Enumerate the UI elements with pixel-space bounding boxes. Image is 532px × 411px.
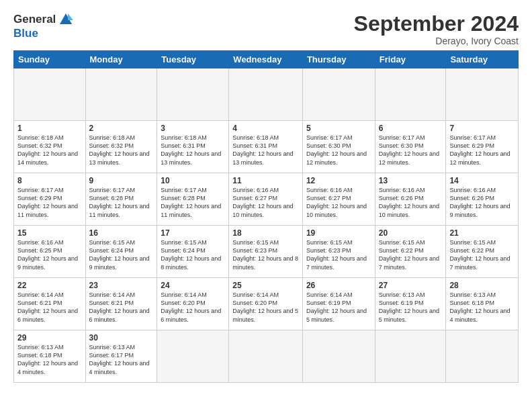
- day-number: 7: [449, 124, 515, 133]
- day-info: Sunrise: 6:14 AMSunset: 6:21 PMDaylight:…: [17, 291, 82, 324]
- table-row: 25Sunrise: 6:14 AMSunset: 6:20 PMDayligh…: [229, 278, 303, 330]
- table-row: [229, 68, 303, 121]
- table-row: [85, 68, 157, 121]
- day-info: Sunrise: 6:16 AMSunset: 6:26 PMDaylight:…: [379, 186, 443, 219]
- day-info: Sunrise: 6:14 AMSunset: 6:20 PMDaylight:…: [161, 291, 225, 324]
- day-info: Sunrise: 6:17 AMSunset: 6:28 PMDaylight:…: [89, 186, 154, 219]
- table-row: 17Sunrise: 6:15 AMSunset: 6:24 PMDayligh…: [157, 226, 229, 278]
- day-number: 4: [232, 124, 299, 133]
- table-row: 7Sunrise: 6:17 AMSunset: 6:29 PMDaylight…: [446, 121, 519, 173]
- day-number: 14: [449, 176, 515, 185]
- calendar-week-3: 15Sunrise: 6:16 AMSunset: 6:25 PMDayligh…: [14, 226, 519, 278]
- day-info: Sunrise: 6:13 AMSunset: 6:17 PMDaylight:…: [89, 343, 154, 376]
- day-info: Sunrise: 6:15 AMSunset: 6:24 PMDaylight:…: [161, 238, 225, 271]
- table-row: 12Sunrise: 6:16 AMSunset: 6:27 PMDayligh…: [302, 173, 375, 226]
- table-row: [446, 330, 519, 383]
- day-info: Sunrise: 6:18 AMSunset: 6:32 PMDaylight:…: [89, 134, 154, 167]
- day-number: 19: [306, 228, 371, 238]
- table-row: 27Sunrise: 6:13 AMSunset: 6:19 PMDayligh…: [375, 278, 446, 330]
- table-row: 6Sunrise: 6:17 AMSunset: 6:30 PMDaylight…: [375, 121, 446, 173]
- table-row: 10Sunrise: 6:17 AMSunset: 6:28 PMDayligh…: [157, 173, 229, 226]
- day-number: 9: [89, 176, 154, 185]
- day-info: Sunrise: 6:16 AMSunset: 6:27 PMDaylight:…: [232, 186, 299, 219]
- day-number: 11: [232, 176, 299, 185]
- day-number: 28: [449, 281, 515, 290]
- table-row: 28Sunrise: 6:13 AMSunset: 6:18 PMDayligh…: [446, 278, 519, 330]
- day-number: 5: [306, 124, 371, 133]
- day-number: 30: [89, 333, 154, 342]
- calendar-week-2: 8Sunrise: 6:17 AMSunset: 6:29 PMDaylight…: [14, 173, 519, 226]
- day-number: 20: [379, 228, 443, 238]
- day-number: 29: [17, 333, 82, 342]
- table-row: [229, 330, 303, 383]
- table-row: [14, 68, 86, 121]
- month-title: September 2024: [354, 12, 519, 36]
- day-info: Sunrise: 6:18 AMSunset: 6:31 PMDaylight:…: [232, 134, 299, 167]
- day-info: Sunrise: 6:16 AMSunset: 6:27 PMDaylight:…: [306, 186, 371, 219]
- table-row: [446, 68, 519, 121]
- page: General Blue September 2024 Derayo, Ivor…: [0, 0, 532, 390]
- calendar-week-1: 1Sunrise: 6:18 AMSunset: 6:32 PMDaylight…: [14, 121, 519, 173]
- title-block: September 2024 Derayo, Ivory Coast: [354, 12, 519, 46]
- day-number: 27: [379, 281, 443, 290]
- day-number: 10: [161, 176, 225, 185]
- day-number: 13: [379, 176, 443, 185]
- calendar-week-4: 22Sunrise: 6:14 AMSunset: 6:21 PMDayligh…: [14, 278, 519, 330]
- day-number: 18: [232, 228, 299, 238]
- day-info: Sunrise: 6:16 AMSunset: 6:25 PMDaylight:…: [17, 238, 82, 271]
- table-row: 30Sunrise: 6:13 AMSunset: 6:17 PMDayligh…: [85, 330, 157, 383]
- header-monday: Monday: [85, 51, 157, 68]
- day-info: Sunrise: 6:15 AMSunset: 6:22 PMDaylight:…: [379, 238, 443, 271]
- day-number: 2: [89, 124, 154, 133]
- table-row: 16Sunrise: 6:15 AMSunset: 6:24 PMDayligh…: [85, 226, 157, 278]
- logo-blue-text: Blue: [13, 27, 38, 40]
- header-sunday: Sunday: [14, 51, 86, 68]
- day-number: 1: [17, 124, 82, 133]
- day-number: 16: [89, 228, 154, 238]
- header-tuesday: Tuesday: [157, 51, 229, 68]
- day-info: Sunrise: 6:16 AMSunset: 6:26 PMDaylight:…: [449, 186, 515, 219]
- table-row: 19Sunrise: 6:15 AMSunset: 6:23 PMDayligh…: [302, 226, 375, 278]
- table-row: 21Sunrise: 6:15 AMSunset: 6:22 PMDayligh…: [446, 226, 519, 278]
- table-row: 14Sunrise: 6:16 AMSunset: 6:26 PMDayligh…: [446, 173, 519, 226]
- table-row: 18Sunrise: 6:15 AMSunset: 6:23 PMDayligh…: [229, 226, 303, 278]
- table-row: [302, 68, 375, 121]
- day-info: Sunrise: 6:13 AMSunset: 6:18 PMDaylight:…: [449, 291, 515, 324]
- day-info: Sunrise: 6:17 AMSunset: 6:29 PMDaylight:…: [17, 186, 82, 219]
- table-row: 22Sunrise: 6:14 AMSunset: 6:21 PMDayligh…: [14, 278, 86, 330]
- table-row: 13Sunrise: 6:16 AMSunset: 6:26 PMDayligh…: [375, 173, 446, 226]
- header: General Blue September 2024 Derayo, Ivor…: [13, 12, 519, 46]
- day-number: 12: [306, 176, 371, 185]
- calendar-week-5: 29Sunrise: 6:13 AMSunset: 6:18 PMDayligh…: [14, 330, 519, 383]
- day-number: 24: [161, 281, 225, 290]
- day-info: Sunrise: 6:17 AMSunset: 6:28 PMDaylight:…: [161, 186, 225, 219]
- logo-general-text: General: [13, 13, 56, 26]
- day-number: 23: [89, 281, 154, 290]
- location: Derayo, Ivory Coast: [354, 36, 519, 46]
- table-row: [157, 330, 229, 383]
- day-info: Sunrise: 6:15 AMSunset: 6:23 PMDaylight:…: [306, 238, 371, 271]
- header-thursday: Thursday: [302, 51, 375, 68]
- table-row: 8Sunrise: 6:17 AMSunset: 6:29 PMDaylight…: [14, 173, 86, 226]
- table-row: 11Sunrise: 6:16 AMSunset: 6:27 PMDayligh…: [229, 173, 303, 226]
- table-row: [302, 330, 375, 383]
- table-row: 5Sunrise: 6:17 AMSunset: 6:30 PMDaylight…: [302, 121, 375, 173]
- day-info: Sunrise: 6:15 AMSunset: 6:24 PMDaylight:…: [89, 238, 154, 271]
- day-info: Sunrise: 6:17 AMSunset: 6:30 PMDaylight:…: [379, 134, 443, 167]
- day-info: Sunrise: 6:14 AMSunset: 6:19 PMDaylight:…: [306, 291, 371, 324]
- day-number: 25: [232, 281, 299, 290]
- header-friday: Friday: [375, 51, 446, 68]
- table-row: 2Sunrise: 6:18 AMSunset: 6:32 PMDaylight…: [85, 121, 157, 173]
- header-wednesday: Wednesday: [229, 51, 303, 68]
- table-row: 4Sunrise: 6:18 AMSunset: 6:31 PMDaylight…: [229, 121, 303, 173]
- day-info: Sunrise: 6:17 AMSunset: 6:30 PMDaylight:…: [306, 134, 371, 167]
- logo: General Blue: [13, 12, 73, 40]
- day-number: 22: [17, 281, 82, 290]
- table-row: 29Sunrise: 6:13 AMSunset: 6:18 PMDayligh…: [14, 330, 86, 383]
- day-info: Sunrise: 6:14 AMSunset: 6:20 PMDaylight:…: [232, 291, 299, 324]
- table-row: 15Sunrise: 6:16 AMSunset: 6:25 PMDayligh…: [14, 226, 86, 278]
- table-row: 26Sunrise: 6:14 AMSunset: 6:19 PMDayligh…: [302, 278, 375, 330]
- day-info: Sunrise: 6:13 AMSunset: 6:18 PMDaylight:…: [17, 343, 82, 376]
- day-number: 3: [161, 124, 225, 133]
- day-info: Sunrise: 6:17 AMSunset: 6:29 PMDaylight:…: [449, 134, 515, 167]
